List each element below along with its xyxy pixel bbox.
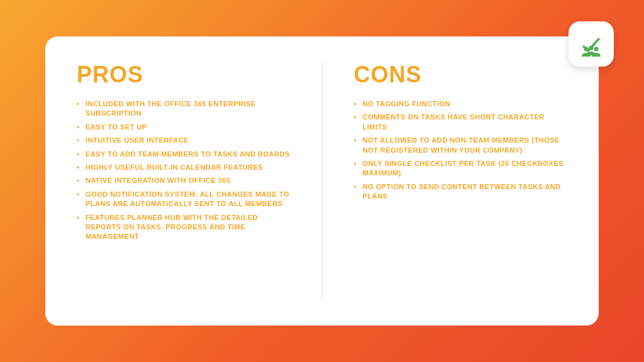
list-item: NO TAGGING FUNCTION: [354, 99, 568, 109]
cons-list: NO TAGGING FUNCTIONCOMMENTS ON TASKS HAV…: [354, 99, 568, 202]
list-item: NOT ALLOWED TO ADD NON-TEAM MEMBERS (THO…: [354, 136, 568, 155]
pros-cons-card: PROS INCLUDED WITH THE OFFICE 365 ENTERP…: [45, 36, 599, 326]
pros-column: PROS INCLUDED WITH THE OFFICE 365 ENTERP…: [77, 62, 291, 300]
team-checkmark-icon: [577, 30, 605, 58]
list-item: COMMENTS ON TASKS HAVE SHORT CHARACTER L…: [354, 112, 568, 132]
list-item: EASY TO ADD TEAM MEMBERS TO TASKS AND BO…: [77, 150, 291, 159]
card-wrapper: PROS INCLUDED WITH THE OFFICE 365 ENTERP…: [45, 36, 599, 326]
list-item: NATIVE INTEGRATION WITH OFFICE 365: [77, 176, 291, 185]
icon-badge: [569, 21, 614, 67]
list-item: HIGHLY USEFUL BUILT-IN CALENDAR FEATURES: [77, 163, 291, 172]
list-item: FEATURES PLANNER HUB WITH THE DETAILED R…: [77, 213, 291, 242]
svg-point-2: [594, 47, 599, 52]
list-item: INTUITIVE USER INTERFACE: [77, 136, 291, 145]
cons-title: CONS: [354, 62, 568, 88]
column-divider: [322, 62, 323, 300]
list-item: EASY TO SET UP: [77, 123, 291, 132]
pros-title: PROS: [77, 62, 291, 88]
list-item: INCLUDED WITH THE OFFICE 365 ENTERPRISE …: [77, 99, 291, 119]
svg-point-0: [584, 47, 589, 52]
cons-column: CONS NO TAGGING FUNCTIONCOMMENTS ON TASK…: [354, 62, 568, 300]
list-item: ONLY SINGLE CHECKLIST PER TASK (20 CHECK…: [354, 159, 568, 178]
pros-list: INCLUDED WITH THE OFFICE 365 ENTERPRISE …: [77, 99, 291, 242]
svg-point-1: [589, 46, 594, 50]
list-item: GOOD NOTIFICATION SYSTEM: ALL CHANGES MA…: [77, 190, 291, 209]
list-item: NO OPTION TO SEND CONTENT BETWEEN TASKS …: [354, 182, 568, 202]
